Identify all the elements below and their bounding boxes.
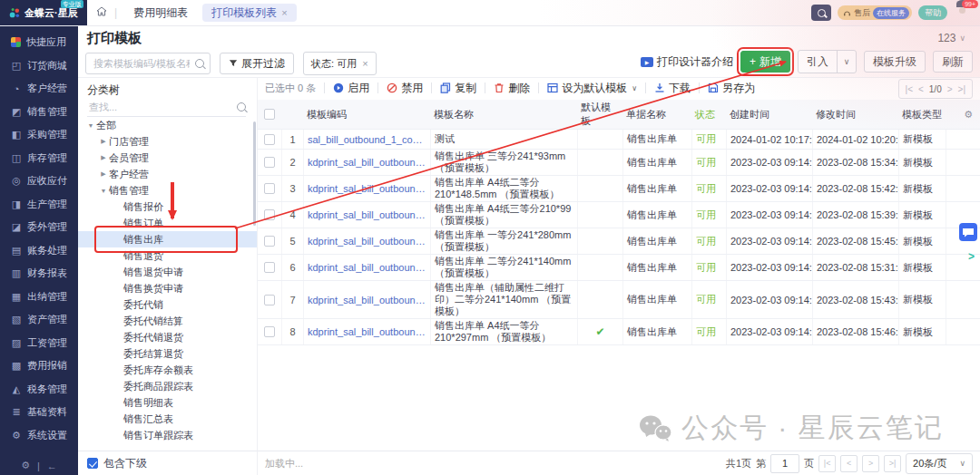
tree-search-input[interactable] [87, 101, 237, 113]
table-row[interactable]: 3 kdprint_sal_bill_outbound_2 销售出库单 A4纸二… [258, 176, 980, 202]
chat-widget-button[interactable] [959, 223, 977, 244]
sidebar-item[interactable]: 快捷应用 [0, 31, 78, 54]
row-checkbox[interactable] [264, 262, 275, 273]
tree-node[interactable]: 销售报价 [78, 199, 257, 215]
tree-expand-icon[interactable]: ▶ [98, 138, 109, 145]
tree-node[interactable]: 委托代销退货 [78, 329, 257, 345]
sidebar-item[interactable]: ▨ 工资管理 [0, 332, 78, 355]
chip-close-icon[interactable]: × [362, 58, 368, 69]
delete-button[interactable]: 删除 [494, 81, 530, 96]
tree-node[interactable]: 销售订单 [78, 215, 257, 231]
sidebar-item[interactable]: ◨ 生产管理 [0, 193, 78, 217]
select-all-checkbox[interactable] [264, 109, 275, 120]
tree-node[interactable]: 销售订单跟踪表 [78, 427, 257, 443]
sidebar-settings-icon[interactable]: ⚙ [21, 460, 30, 471]
sidebar-item[interactable]: ▩ 费用报销 [0, 354, 78, 378]
tree-node[interactable]: 销售汇总表 [78, 411, 257, 427]
include-sub-checkbox[interactable] [87, 458, 98, 469]
template-search-input[interactable] [92, 57, 191, 70]
add-button[interactable]: + 新增 [740, 51, 790, 73]
sidebar-item[interactable]: ▦ 出纳管理 [0, 286, 78, 309]
set-default-template-button[interactable]: 设为默认模板 ∨ [547, 81, 637, 96]
tree-node[interactable]: 委托结算退货 [78, 345, 257, 362]
first-page-icon[interactable]: |< [906, 84, 913, 94]
tree-node[interactable]: ▶ 会员管理 [78, 150, 257, 166]
sidebar-item[interactable]: ⚙ 系统设置 [0, 424, 78, 448]
row-checkbox[interactable] [264, 157, 275, 168]
template-code-link[interactable]: kdprint_sal_bill_outbound_4 [308, 236, 426, 247]
tree-node[interactable]: ▼ 全部 [78, 117, 257, 133]
row-checkbox[interactable] [264, 236, 275, 247]
table-row[interactable]: 5 kdprint_sal_bill_outbound_4 销售出库单 一等分2… [258, 228, 980, 255]
prev-page-button[interactable]: < [840, 455, 858, 472]
page-tab[interactable]: 费用明细表 [124, 4, 197, 22]
sidebar-collapse-icon[interactable]: ← [47, 460, 57, 471]
next-page-button[interactable]: > [862, 455, 879, 472]
template-upgrade-button[interactable]: 模板升级 [864, 51, 926, 73]
sidebar-item[interactable]: ◔ 客户经营 [0, 77, 78, 101]
template-code-link[interactable]: kdprint_sal_bill_outbound_2 [308, 183, 426, 194]
tree-node[interactable]: 销售退货申请 [78, 264, 257, 280]
tree-node[interactable]: 销售退货 [78, 247, 257, 264]
last-page-button[interactable]: >| [884, 455, 901, 472]
table-row[interactable]: 2 kdprint_sal_bill_outbound_6 销售出库单 三等分2… [258, 150, 980, 176]
home-icon[interactable] [96, 6, 107, 19]
col-header-created-time[interactable]: 创建时间 [726, 100, 812, 129]
page-number-input[interactable] [770, 454, 799, 473]
col-header-default-template[interactable]: 默认模板 [577, 100, 622, 129]
tree-scrollbar[interactable] [253, 121, 256, 226]
status-filter-chip[interactable]: 状态: 可用 × [303, 52, 377, 75]
user-avatar[interactable]: 99+ [954, 5, 971, 22]
sidebar-item[interactable]: ▥ 财务报表 [0, 262, 78, 286]
template-code-link[interactable]: kdprint_sal_bill_outbound_7 [308, 295, 426, 305]
col-header-bill-name[interactable]: 单据名称 [622, 100, 691, 129]
table-row[interactable]: 1 sal_bill_outbound_1_copy01 测试 销售出库单 可用… [258, 130, 980, 150]
col-header-template-name[interactable]: 模板名称 [430, 100, 577, 129]
sidebar-item[interactable]: ▤ 账务处理 [0, 239, 78, 263]
refresh-button[interactable]: 刷新 [933, 51, 973, 73]
tree-node[interactable]: 销售明细表 [78, 394, 257, 411]
tree-node[interactable]: 委托商品跟踪表 [78, 378, 257, 394]
column-settings-gear-icon[interactable]: ⚙ [946, 100, 980, 129]
sidebar-item[interactable]: ◩ 销售管理 [0, 101, 78, 124]
prev-page-icon[interactable]: < [918, 84, 924, 94]
tree-node[interactable]: 销售换货申请 [78, 280, 257, 296]
tree-node[interactable]: 销售出库 [78, 231, 257, 247]
tree-node[interactable]: 委托代销 [78, 296, 257, 313]
table-row[interactable]: 6 kdprint_sal_bill_outbound_5 销售出库单 二等分2… [258, 255, 980, 281]
table-row[interactable]: 4 kdprint_sal_bill_outbound_3 销售出库单 A4纸三… [258, 202, 980, 228]
tree-expand-icon[interactable]: ▼ [85, 122, 96, 129]
col-header-modified-time[interactable]: 修改时间 [812, 100, 898, 129]
sidebar-item[interactable]: ◭ 税务管理 [0, 378, 78, 402]
tree-node[interactable]: 委托库存余额表 [78, 362, 257, 378]
table-top-pager[interactable]: |< < 1/0 > >| [898, 79, 973, 99]
org-selector[interactable]: 123 ∨ [937, 32, 965, 44]
col-header-status[interactable]: 状态 [691, 100, 726, 129]
col-header-template-type[interactable]: 模板类型 [898, 100, 946, 129]
enable-button[interactable]: 启用 [333, 81, 369, 96]
after-sales-service-button[interactable]: 售后 在线服务 [838, 5, 912, 20]
template-code-link[interactable]: kdprint_sal_bill_outbound_3 [308, 209, 426, 220]
template-code-link[interactable]: sal_bill_outbound_1_copy01 [308, 134, 426, 145]
sidebar-item[interactable]: ▧ 资产管理 [0, 308, 78, 332]
row-checkbox[interactable] [264, 326, 275, 337]
template-code-link[interactable]: kdprint_sal_bill_outbound_5 [308, 262, 426, 273]
table-row[interactable]: 8 kdprint_sal_bill_outbound_1 销售出库单 A4纸一… [258, 319, 980, 345]
table-row[interactable]: 7 kdprint_sal_bill_outbound_7 销售出库单（辅助属性… [258, 281, 980, 319]
copy-button[interactable]: 复制 [440, 81, 476, 96]
last-page-icon[interactable]: >| [958, 84, 965, 94]
save-as-button[interactable]: 另存为 [708, 81, 755, 96]
tree-node[interactable]: ▶ 客户经营 [78, 166, 257, 182]
row-checkbox[interactable] [264, 134, 275, 145]
panel-expand-icon[interactable]: > [968, 250, 975, 263]
col-header-template-code[interactable]: 模板编码 [303, 100, 430, 129]
search-icon[interactable] [195, 59, 204, 68]
designer-intro-link[interactable]: ▶ 打印设计器介绍 [641, 54, 733, 70]
search-icon[interactable] [237, 102, 246, 111]
template-code-link[interactable]: kdprint_sal_bill_outbound_6 [308, 157, 426, 168]
sidebar-item[interactable]: ◰ 订货商城 [0, 54, 78, 78]
tree-expand-icon[interactable]: ▶ [98, 154, 109, 161]
sidebar-item[interactable]: ◎ 应收应付 [0, 170, 78, 193]
chevron-down-icon[interactable]: ∨ [837, 51, 856, 73]
sidebar-item[interactable]: ◪ 委外管理 [0, 216, 78, 239]
